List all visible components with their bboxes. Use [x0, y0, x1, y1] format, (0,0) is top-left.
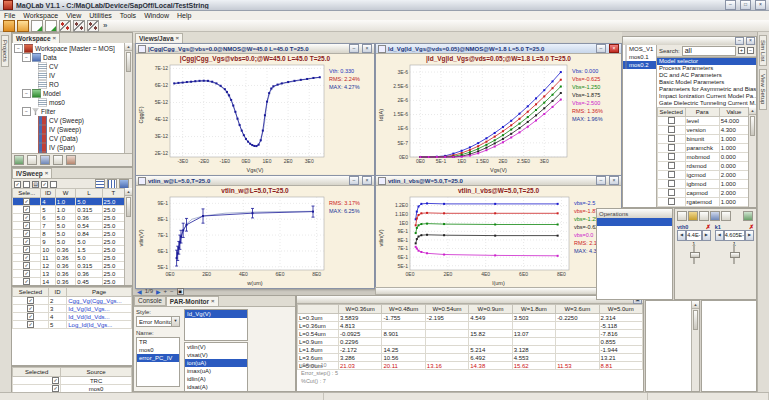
more-tools-icon[interactable]: »: [103, 21, 107, 30]
idvg-chart[interactable]: 0E05E-11E01.5E02E02.5E03E03E-62.5E-62E-6…: [385, 63, 570, 167]
param-row[interactable]: rdsmod0.000: [658, 162, 749, 171]
column-header[interactable]: ID: [41, 189, 55, 198]
expander-icon[interactable]: −: [22, 53, 31, 62]
plot-window-vtw-titlebar[interactable]: vtlin_w@L=5.0,T=25.0 – ×: [136, 176, 374, 186]
add-param-button[interactable]: +: [738, 47, 745, 54]
targets-list[interactable]: Id_Vg(V): [184, 309, 248, 341]
tree-leaf-ro[interactable]: RO: [12, 80, 125, 89]
filter-node-icon[interactable]: [27, 155, 37, 165]
column-header[interactable]: W=1.8um: [512, 305, 555, 314]
select-cell[interactable]: ✓: [13, 254, 41, 262]
collapsed-window-strip[interactable]: [375, 287, 620, 295]
page-link[interactable]: Log_Id(Id_Vgs...: [67, 321, 132, 329]
plot-window-cgg-titlebar[interactable]: |Cgg|Cgg_Vgs@vbs=0.0@NMOS@W=45.0 L=45.0 …: [136, 44, 374, 54]
menu-file[interactable]: File: [0, 12, 19, 19]
minimize-button[interactable]: –: [596, 176, 606, 185]
checkbox-icon[interactable]: ✓: [23, 198, 30, 205]
select-cell[interactable]: ✓: [13, 246, 41, 254]
target-item[interactable]: Id_Vg(V): [185, 310, 247, 318]
metric-item[interactable]: idlin(A): [185, 375, 247, 383]
table-row[interactable]: ✓100.361.525.0: [13, 246, 125, 254]
param-value[interactable]: 1.000: [719, 198, 748, 207]
remove-param-button[interactable]: −: [747, 47, 754, 54]
operation-item[interactable]: [597, 218, 672, 226]
tree-leaf-cv[interactable]: CV: [12, 62, 125, 71]
select-cell[interactable]: ✓: [13, 321, 49, 329]
spin-right-icon[interactable]: ▶: [702, 230, 711, 241]
name-item[interactable]: mos0: [137, 346, 179, 354]
sync-nodes-icon[interactable]: [87, 20, 99, 32]
select-all-icon[interactable]: ✓: [14, 181, 21, 188]
minimize-button[interactable]: –: [596, 44, 606, 53]
param-row[interactable]: rgatemod1.000: [658, 198, 749, 207]
param-group-item[interactable]: DC and AC Parameters: [657, 72, 756, 79]
checkbox-icon[interactable]: [668, 135, 675, 142]
checkbox-icon[interactable]: ✓: [23, 222, 30, 229]
spin-right-icon[interactable]: ▶: [745, 230, 754, 241]
pager-prev-icon[interactable]: ◀: [137, 288, 142, 295]
menu-window[interactable]: Window: [140, 12, 173, 19]
apply-icon[interactable]: [743, 211, 753, 221]
select-cell[interactable]: [658, 189, 686, 198]
checkbox-icon[interactable]: ✓: [23, 214, 30, 221]
pager-zoom-in-icon[interactable]: +: [164, 288, 168, 294]
select-cell[interactable]: ✓: [13, 222, 41, 230]
mail-icon[interactable]: [66, 155, 76, 165]
column-header[interactable]: ID: [48, 288, 66, 297]
select-cell[interactable]: [658, 126, 686, 135]
table-row[interactable]: L=0.9um0.22960.855: [298, 338, 643, 346]
checkbox-icon[interactable]: [668, 117, 675, 124]
tuner-spinner[interactable]: ◀4.4E-1▶: [677, 230, 711, 241]
checkbox-icon[interactable]: ✓: [27, 305, 34, 312]
model-item[interactable]: mos0.2: [623, 61, 656, 69]
tab-par-monitor[interactable]: PAR-Monitor ×: [166, 296, 219, 306]
param-group-item[interactable]: Basic Model Parameters: [657, 79, 756, 86]
checkbox-icon[interactable]: ✓: [27, 321, 34, 328]
name-item[interactable]: TR: [137, 338, 179, 346]
param-group-item[interactable]: Gate Dielectric Tunneling Current M...: [657, 100, 756, 107]
invert-selection-icon[interactable]: ▤: [32, 181, 39, 188]
sigma-icon[interactable]: [721, 211, 731, 221]
pager-next-icon[interactable]: ▶: [156, 288, 161, 295]
slider-thumb[interactable]: [690, 252, 700, 258]
metric-item[interactable]: imax(uA): [185, 367, 247, 375]
tree-node-data[interactable]: −Data: [12, 53, 125, 62]
table-row[interactable]: L=1.8um-2.17214.255.2143.128-1.944: [298, 346, 643, 354]
check-filter-icon[interactable]: ✓: [41, 181, 48, 188]
expander-icon[interactable]: −: [22, 89, 31, 98]
column-header[interactable]: [298, 305, 339, 314]
tuner-spinner[interactable]: ◀4.605E-1▶: [715, 230, 754, 241]
step-icon[interactable]: [699, 211, 709, 221]
select-cell[interactable]: ✓: [13, 262, 41, 270]
close-icon[interactable]: ×: [45, 169, 49, 178]
column-header[interactable]: Selected: [13, 368, 61, 377]
model-item[interactable]: mos0.1: [623, 53, 656, 61]
table-row[interactable]: L=5.0um21.0320.1113.1614.3815.6211.538.8…: [298, 362, 643, 370]
checkbox-icon[interactable]: ✓: [23, 206, 30, 213]
select-cell[interactable]: ✓: [13, 377, 61, 385]
table-row[interactable]: ✓140.360.4525.0: [13, 278, 125, 286]
table-row[interactable]: ✓TRC: [13, 377, 132, 385]
refresh-icon[interactable]: [53, 155, 63, 165]
checkbox-icon[interactable]: ✓: [23, 246, 30, 253]
column-header[interactable]: W=3.6um: [556, 305, 599, 314]
import-data-icon[interactable]: [31, 20, 43, 32]
remove-tuner-icon[interactable]: ✗: [706, 223, 711, 230]
param-row[interactable]: binunit1.000: [658, 135, 749, 144]
tuner-value[interactable]: 4.4E-1: [686, 230, 702, 241]
select-cell[interactable]: [658, 198, 686, 207]
select-cell[interactable]: ✓: [13, 313, 49, 321]
expander-icon[interactable]: −: [14, 44, 23, 53]
page-link[interactable]: Id_Vd(Id_Vds...: [67, 313, 132, 321]
page-link[interactable]: Id_Vg(Id_Vgs...: [67, 305, 132, 313]
models-list[interactable]: MOS_V1mos0.1mos0.2: [623, 45, 657, 207]
plot-window-idvg-titlebar[interactable]: Id_Vg(Id_Vgs@vds=0.05)@NMOS@W=1.8 L=5.0 …: [376, 44, 621, 54]
name-item[interactable]: error_PC_IV: [137, 354, 179, 362]
table-row[interactable]: ✓5Log_Id(Id_Vgs...: [13, 321, 132, 329]
select-cell[interactable]: [658, 135, 686, 144]
spin-left-icon[interactable]: ◀: [677, 230, 686, 241]
select-none-icon[interactable]: [23, 181, 30, 188]
table-row[interactable]: ✓51.00.31525.0: [13, 206, 125, 214]
model-item[interactable]: MOS_V1: [623, 45, 656, 53]
link-nodes-icon[interactable]: [59, 20, 71, 32]
